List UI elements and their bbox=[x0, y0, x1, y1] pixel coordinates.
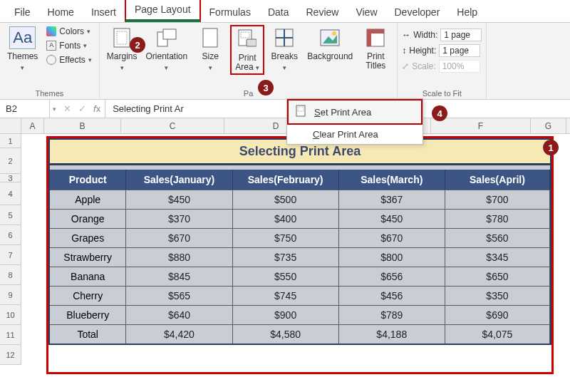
tab-developer[interactable]: Developer bbox=[386, 2, 449, 22]
table-cell: $800 bbox=[339, 248, 445, 267]
row-9[interactable]: 9 bbox=[0, 285, 21, 305]
print-titles-icon bbox=[366, 29, 385, 47]
breaks-label: Breaks bbox=[271, 52, 298, 61]
svg-rect-3 bbox=[163, 29, 176, 39]
row-6[interactable]: 6 bbox=[0, 225, 21, 245]
fonts-label: Fonts bbox=[59, 41, 81, 51]
table-cell: $690 bbox=[445, 306, 550, 324]
row-5[interactable]: 5 bbox=[0, 205, 21, 225]
fx-icon[interactable]: fx bbox=[93, 103, 100, 114]
table-cell: $735 bbox=[233, 248, 339, 267]
tab-review[interactable]: Review bbox=[298, 2, 348, 22]
svg-rect-16 bbox=[367, 29, 371, 46]
worksheet-grid[interactable]: 1 2 3 4 5 6 7 8 9 10 11 12 Selecting Pri… bbox=[0, 134, 570, 365]
table-cell: $900 bbox=[233, 306, 339, 324]
col-C[interactable]: C bbox=[121, 118, 224, 133]
table-cell: Grapes bbox=[50, 229, 126, 247]
tab-help[interactable]: Help bbox=[448, 2, 486, 22]
breaks-button[interactable]: Breaks▾ bbox=[267, 25, 301, 71]
height-label: Height: bbox=[409, 46, 436, 56]
table-cell: $450 bbox=[339, 210, 445, 228]
table-cell: $4,420 bbox=[126, 325, 232, 344]
themes-button[interactable]: Aa Themes ▾ bbox=[4, 25, 41, 71]
print-area-dropdown: Set Print Area Clear Print Area bbox=[286, 98, 423, 145]
col-F[interactable]: F bbox=[431, 118, 531, 133]
tab-data[interactable]: Data bbox=[259, 2, 298, 22]
row-2[interactable]: 2 bbox=[0, 148, 21, 174]
select-all-corner[interactable] bbox=[0, 118, 21, 133]
colors-label: Colors bbox=[59, 26, 84, 36]
table-row: Total$4,420$4,580$4,188$4,075 bbox=[50, 324, 550, 344]
tab-view[interactable]: View bbox=[347, 2, 385, 22]
enter-icon[interactable]: ✓ bbox=[78, 103, 86, 114]
set-print-area-label: et Print Area bbox=[321, 107, 372, 118]
th-mar: Sales(March) bbox=[339, 170, 445, 190]
colors-icon bbox=[46, 26, 56, 36]
table-row: Blueberry$640$900$789$690 bbox=[50, 305, 550, 324]
table-cell: $880 bbox=[126, 248, 232, 267]
table-cell: $367 bbox=[339, 190, 445, 209]
themes-icon: Aa bbox=[9, 26, 36, 49]
orientation-icon bbox=[156, 28, 177, 48]
table-cell: $670 bbox=[126, 229, 232, 247]
name-box-dropdown[interactable]: ▾ bbox=[50, 105, 59, 113]
col-B[interactable]: B bbox=[44, 118, 121, 133]
themes-label: Themes bbox=[7, 52, 38, 61]
width-label: Width: bbox=[413, 30, 437, 40]
print-area-button[interactable]: PrintArea ▾ bbox=[230, 25, 264, 75]
svg-rect-7 bbox=[247, 39, 256, 46]
group-scale-label: Scale to Fit bbox=[402, 88, 482, 99]
background-button[interactable]: Background bbox=[304, 25, 356, 61]
tab-formulas[interactable]: Formulas bbox=[201, 2, 259, 22]
tab-file[interactable]: File bbox=[6, 2, 39, 22]
table-cell: Total bbox=[50, 325, 126, 344]
effects-label: Effects bbox=[59, 55, 85, 65]
print-area-label1: Print bbox=[239, 53, 256, 63]
width-value[interactable]: 1 page bbox=[440, 29, 482, 41]
row-3[interactable]: 3 bbox=[0, 174, 21, 182]
tab-page-layout[interactable]: Page Layout bbox=[125, 0, 201, 22]
tab-insert[interactable]: Insert bbox=[83, 2, 125, 22]
table-row: Apple$450$500$367$700 bbox=[50, 190, 550, 209]
print-titles-label1: Print bbox=[367, 51, 385, 61]
data-table: Selecting Print Area Product Sales(Janua… bbox=[48, 138, 551, 345]
table-header-row: Product Sales(January) Sales(February) S… bbox=[50, 170, 550, 190]
background-label: Background bbox=[307, 52, 353, 61]
tab-home[interactable]: Home bbox=[39, 2, 83, 22]
table-cell: $400 bbox=[233, 210, 339, 228]
cancel-icon[interactable]: ✕ bbox=[63, 103, 71, 114]
print-titles-label2: Titles bbox=[366, 61, 385, 71]
group-scale-to-fit: ↔ Width: 1 page ↕ Height: 1 page ⤢ Scale… bbox=[398, 23, 487, 99]
table-cell: $4,188 bbox=[339, 325, 445, 344]
row-8[interactable]: 8 bbox=[0, 265, 21, 285]
group-page-setup-label: Pa bbox=[104, 88, 393, 99]
table-cell: $4,075 bbox=[445, 325, 550, 344]
col-G[interactable]: G bbox=[531, 118, 566, 133]
fonts-button[interactable]: A Fonts▾ bbox=[43, 39, 94, 52]
table-cell: Apple bbox=[50, 190, 126, 209]
table-cell: $560 bbox=[445, 229, 550, 247]
size-button[interactable]: Size▾ bbox=[193, 25, 227, 71]
print-titles-button[interactable]: PrintTitles bbox=[358, 25, 393, 71]
row-7[interactable]: 7 bbox=[0, 245, 21, 265]
margins-label: Margins bbox=[107, 52, 138, 61]
row-10[interactable]: 10 bbox=[0, 305, 21, 325]
row-11[interactable]: 11 bbox=[0, 325, 21, 345]
table-row: Strawberry$880$735$800$345 bbox=[50, 247, 550, 267]
orientation-button[interactable]: Orientation▾ bbox=[143, 25, 191, 71]
clear-print-area-item[interactable]: Clear Print Area bbox=[287, 125, 423, 144]
row-1[interactable]: 1 bbox=[0, 134, 21, 148]
set-print-area-item[interactable]: Set Print Area bbox=[287, 99, 423, 125]
col-A[interactable]: A bbox=[21, 118, 44, 133]
colors-button[interactable]: Colors▾ bbox=[43, 25, 94, 38]
row-12[interactable]: 12 bbox=[0, 345, 21, 365]
row-4[interactable]: 4 bbox=[0, 182, 21, 205]
formula-input[interactable]: Selecting Print Ar bbox=[105, 103, 191, 114]
name-box[interactable]: B2 bbox=[0, 100, 50, 118]
effects-button[interactable]: Effects▾ bbox=[43, 53, 94, 66]
fonts-icon: A bbox=[46, 41, 56, 51]
table-cell: Banana bbox=[50, 267, 126, 286]
height-value[interactable]: 1 page bbox=[439, 44, 480, 57]
table-cell: $789 bbox=[339, 306, 445, 324]
th-jan: Sales(January) bbox=[126, 170, 232, 190]
